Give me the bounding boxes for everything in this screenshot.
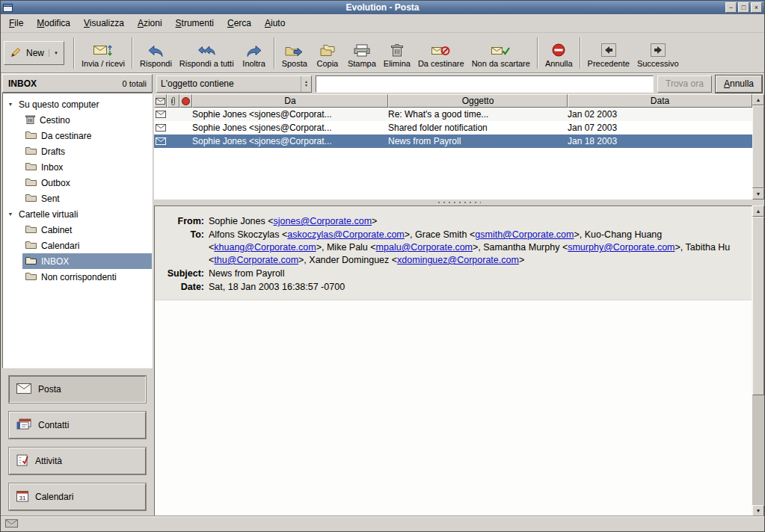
recipient-email-link[interactable]: gsmith@Corporate.com bbox=[475, 229, 574, 240]
new-dropdown-icon[interactable]: ▼ bbox=[49, 49, 58, 57]
print-button[interactable]: Stampa bbox=[344, 35, 380, 70]
message-headers: From: Sophie Jones <sjones@Corporate.com… bbox=[155, 206, 752, 300]
folder-header-bar[interactable]: INBOX 0 totali bbox=[2, 74, 153, 93]
maximize-button[interactable]: □ bbox=[738, 2, 749, 13]
scrollbar-thumb[interactable] bbox=[752, 217, 764, 395]
recipient-email-link[interactable]: thu@Corporate.com bbox=[214, 255, 298, 265]
scroll-down-icon[interactable]: ▼ bbox=[752, 505, 764, 516]
tasks-icon bbox=[16, 454, 28, 468]
recipient-email-link[interactable]: khuang@Corporate.com bbox=[214, 242, 316, 253]
scrollbar-thumb[interactable] bbox=[752, 105, 764, 188]
clear-search-button[interactable]: Annulla bbox=[716, 75, 762, 93]
shortcut-posta[interactable]: Posta bbox=[9, 376, 146, 403]
window-title: Evolution - Posta bbox=[1, 1, 764, 14]
folder-tree: ▼ Su questo computer Cestino Da cestinar… bbox=[2, 93, 153, 368]
cancel-button[interactable]: Annulla bbox=[541, 35, 577, 70]
shortcut-attivita[interactable]: Attività bbox=[9, 448, 146, 474]
sidebar-item-sent[interactable]: Sent bbox=[22, 191, 152, 206]
menu-strumenti[interactable]: Strumenti bbox=[169, 15, 221, 31]
column-header-important[interactable] bbox=[179, 94, 192, 108]
recipient-email-link[interactable]: xdominguez@Corporate.com bbox=[397, 255, 519, 265]
tree-group-virtual[interactable]: ▼ Cartelle virtuali bbox=[3, 206, 152, 222]
forward-button[interactable]: Inoltra bbox=[238, 35, 271, 70]
menu-visualizza[interactable]: Visualizza bbox=[77, 15, 131, 31]
message-row-selected[interactable]: Sophie Jones <sjones@Corporat... News fr… bbox=[154, 134, 752, 148]
menu-aiuto[interactable]: Aiuto bbox=[258, 15, 292, 31]
folder-icon bbox=[25, 130, 37, 141]
attachment-icon bbox=[170, 96, 176, 106]
expander-icon[interactable]: ▼ bbox=[7, 211, 14, 217]
folder-message-count: 0 totali bbox=[123, 79, 147, 88]
message-list-empty-space bbox=[154, 148, 752, 200]
tree-group-local[interactable]: ▼ Su questo computer bbox=[3, 96, 152, 112]
sidebar-item-inbox[interactable]: Inbox bbox=[22, 159, 152, 175]
scrollbar-track[interactable] bbox=[752, 217, 764, 505]
sidebar-item-cestino[interactable]: Cestino bbox=[22, 112, 152, 128]
send-receive-button[interactable]: Invia / ricevi bbox=[78, 35, 129, 70]
from-value: Sophie Jones <sjones@Corporate.com> bbox=[209, 215, 746, 228]
menu-azioni[interactable]: Azioni bbox=[131, 15, 169, 31]
column-header-date[interactable]: Data bbox=[568, 94, 752, 108]
reply-button[interactable]: Rispondi bbox=[136, 35, 176, 70]
trash-icon bbox=[391, 42, 403, 57]
find-now-button[interactable]: Trova ora bbox=[657, 75, 712, 93]
splitter-handle-icon[interactable] bbox=[437, 201, 481, 204]
reply-all-button[interactable]: Rispondi a tutti bbox=[176, 35, 238, 70]
sidebar-item-da-cestinare[interactable]: Da cestinare bbox=[22, 128, 152, 143]
sidebar-item-cabinet[interactable]: Cabinet bbox=[22, 222, 152, 238]
menu-cerca[interactable]: Cerca bbox=[221, 15, 258, 31]
sidebar-item-drafts[interactable]: Drafts bbox=[22, 143, 152, 159]
column-header-from[interactable]: Da bbox=[192, 94, 388, 108]
menu-file[interactable]: File bbox=[2, 15, 30, 31]
svg-text:31: 31 bbox=[19, 494, 26, 501]
read-message-icon bbox=[154, 111, 192, 118]
message-row[interactable]: Sophie Jones <sjones@Corporat... Re: Wha… bbox=[154, 108, 752, 121]
to-label: To: bbox=[159, 229, 204, 267]
column-header-subject[interactable]: Oggetto bbox=[388, 94, 568, 108]
sidebar-item-calendari[interactable]: Calendari bbox=[22, 238, 152, 253]
search-criteria-select[interactable]: L'oggetto contiene ▲▼ bbox=[156, 75, 312, 93]
read-message-icon bbox=[154, 137, 192, 145]
search-input[interactable] bbox=[316, 75, 654, 93]
not-junk-button[interactable]: Non da scartare bbox=[468, 35, 534, 70]
shortcut-calendari[interactable]: 31 Calendari bbox=[9, 483, 146, 510]
scroll-down-icon[interactable]: ▼ bbox=[752, 188, 764, 200]
minimize-button[interactable]: − bbox=[725, 2, 737, 13]
evolution-window: Evolution - Posta − □ × File Modifica Vi… bbox=[0, 0, 765, 532]
folder-icon bbox=[25, 177, 37, 188]
sidebar-item-non-corrispondenti[interactable]: Non corrispondenti bbox=[22, 269, 152, 285]
message-row[interactable]: Sophie Jones <sjones@Corporat... Shared … bbox=[154, 121, 752, 134]
toolbar-separator bbox=[274, 37, 275, 69]
close-button[interactable]: × bbox=[751, 2, 762, 13]
titlebar[interactable]: Evolution - Posta − □ × bbox=[1, 1, 764, 14]
message-list-scrollbar[interactable]: ▲ ▼ bbox=[752, 94, 764, 200]
column-header-attachment[interactable] bbox=[167, 94, 179, 108]
shortcut-contatti[interactable]: Contatti bbox=[9, 412, 146, 439]
next-arrow-icon bbox=[651, 42, 666, 57]
junk-button[interactable]: Da cestinare bbox=[414, 35, 468, 70]
recipient-email-link[interactable]: askoczylas@Corporate.com bbox=[287, 229, 405, 240]
sender-email-link[interactable]: sjones@Corporate.com bbox=[274, 216, 372, 226]
scrollbar-track[interactable] bbox=[752, 105, 764, 188]
preview-scrollbar[interactable]: ▲ ▼ bbox=[752, 205, 764, 516]
pane-splitter[interactable] bbox=[154, 200, 764, 205]
combo-spinner-icon[interactable]: ▲▼ bbox=[301, 76, 311, 92]
sidebar-item-inbox-virtual[interactable]: INBOX bbox=[22, 253, 152, 269]
window-menu-icon[interactable] bbox=[3, 4, 13, 12]
previous-button[interactable]: Precedente bbox=[584, 35, 633, 70]
search-bar: L'oggetto contiene ▲▼ Trova ora Annulla bbox=[154, 73, 764, 94]
delete-button[interactable]: Elimina bbox=[380, 35, 414, 70]
move-button[interactable]: Sposta bbox=[278, 35, 311, 70]
column-header-status[interactable] bbox=[154, 94, 167, 108]
scroll-up-icon[interactable]: ▲ bbox=[752, 94, 764, 105]
new-button[interactable]: New ▼ bbox=[4, 41, 64, 65]
sidebar-item-outbox[interactable]: Outbox bbox=[22, 175, 152, 191]
recipient-email-link[interactable]: smurphy@Corporate.com bbox=[568, 242, 675, 253]
expander-icon[interactable]: ▼ bbox=[7, 102, 14, 107]
toolbar-separator bbox=[73, 37, 75, 69]
recipient-email-link[interactable]: mpalu@Corporate.com bbox=[376, 242, 473, 253]
menu-modifica[interactable]: Modifica bbox=[30, 15, 77, 31]
scroll-up-icon[interactable]: ▲ bbox=[752, 205, 764, 217]
copy-button[interactable]: Copia bbox=[311, 35, 344, 70]
next-button[interactable]: Successivo bbox=[633, 35, 683, 70]
